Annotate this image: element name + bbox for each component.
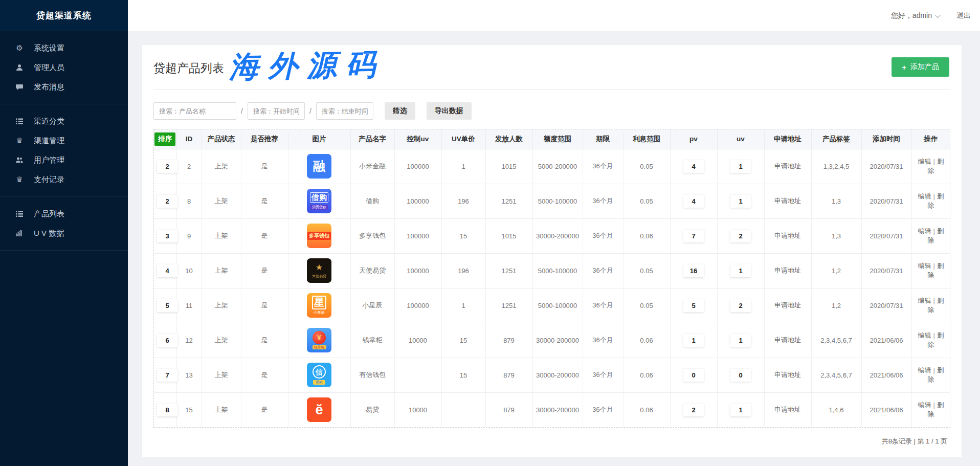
sidebar-item-publish-message[interactable]: 发布消息 [0,77,128,97]
tags-value: 1,2 [811,288,861,323]
col-amount-range: 额度范围 [532,129,583,149]
sort-value[interactable]: 2 [157,195,177,208]
apply-url-link[interactable]: 申请地址 [774,162,801,170]
interest-value: 0.06 [623,323,670,358]
id-value: 10 [176,253,202,288]
tags-value: 1,4,6 [811,392,861,427]
product-table: 排序 ID 产品状态 是否推荐 图片 产品名字 控制uv UV单价 发放人数 额… [154,129,950,427]
logout-button[interactable]: 退出 [956,11,971,20]
control-uv-value: 10000 [394,392,441,427]
sidebar-item-channel-manage[interactable]: ♛ 渠道管理 [0,131,128,150]
pv-value[interactable]: 16 [683,264,704,277]
edit-link[interactable]: 编辑 [918,401,931,409]
sort-value[interactable]: 6 [157,334,177,347]
add-product-button[interactable]: + 添加产品 [892,57,949,77]
action-separator: | [933,366,935,374]
sort-value[interactable]: 5 [157,299,177,312]
sort-value[interactable]: 2 [157,160,177,173]
edit-link[interactable]: 编辑 [918,366,931,374]
sort-value[interactable]: 3 [157,230,177,242]
table-row: 2 8 上架 是 借购 消费贷款 借购 100000 [154,184,950,218]
pv-value[interactable]: 0 [683,369,704,382]
uv-value[interactable]: 1 [730,195,751,208]
sidebar-item-product-list[interactable]: 产品列表 [0,204,128,224]
search-end-time-input[interactable] [316,102,373,120]
edit-link[interactable]: 编辑 [918,158,931,165]
amount-range-value: 5000-100000 [532,184,583,218]
issue-count-value: 879 [485,323,532,358]
uv-value[interactable]: 1 [730,160,751,173]
apply-url-link[interactable]: 申请地址 [774,301,801,309]
col-recommend: 是否推荐 [241,129,288,149]
content-card: 贷超产品列表 海外源码 + 添加产品 / / 筛选 导出数据 排序 ID [142,45,962,457]
uv-value[interactable]: 0 [730,369,751,382]
apply-url-link[interactable]: 申请地址 [774,197,801,205]
table-row: 6 12 上架 是 ¥ 钱掌柜 钱掌柜 10000 [154,323,950,358]
sidebar-item-channel-category[interactable]: 渠道分类 [0,112,128,131]
uv-value[interactable]: 2 [730,299,751,312]
list-icon [14,210,25,218]
amount-range-value: 5000-200000 [532,149,583,184]
page-title: 贷超产品列表 [153,60,224,76]
search-product-name-input[interactable] [153,102,236,120]
product-icon-subtext: 钱掌柜 [313,345,326,349]
watermark-text: 海外源码 [229,45,385,87]
sort-value[interactable]: 7 [157,369,177,382]
term-value: 36个月 [583,358,623,392]
pv-value[interactable]: 4 [683,160,704,173]
pv-value[interactable]: 2 [683,404,704,416]
uv-price-value: 1 [441,288,485,323]
sidebar: 贷超渠道系统 ⚙ 系统设置 管理人员 发布消息 渠道分类 ♛ 渠道 [0,0,128,466]
apply-url-link[interactable]: 申请地址 [774,232,801,239]
product-name: 小米金融 [350,149,394,184]
recommend-value: 是 [241,358,288,392]
sort-value[interactable]: 8 [157,404,177,416]
status-value: 上架 [202,358,241,392]
sidebar-item-label: 渠道分类 [34,117,64,126]
add-time-value: 2020/07/31 [861,218,911,253]
apply-url-link[interactable]: 申请地址 [774,406,801,413]
apply-url-link[interactable]: 申请地址 [774,267,801,274]
uv-value[interactable]: 1 [730,334,751,347]
apply-url-link[interactable]: 申请地址 [774,336,801,344]
edit-link[interactable]: 编辑 [918,192,931,200]
product-icon-glyph: 融 [313,159,325,173]
sidebar-item-label: 产品列表 [34,209,64,219]
table-row: 8 15 上架 是 ĕ 易贷 10000 [154,392,950,427]
pv-value[interactable]: 4 [683,195,704,208]
users-icon [14,156,25,164]
sidebar-item-uv-data[interactable]: U V 数据 [0,224,128,243]
user-menu[interactable]: 您好，admin [891,11,939,20]
greeting-text: 您好，admin [891,11,932,20]
sidebar-item-payment-records[interactable]: ♛ 支付记录 [0,170,128,189]
col-image: 图片 [288,129,350,149]
apply-url-link[interactable]: 申请地址 [774,371,801,379]
issue-count-value: 879 [485,358,532,392]
pv-value[interactable]: 1 [683,334,704,347]
product-icon-glyph: ĕ [315,402,323,418]
product-icon: 多享钱包 [307,224,331,248]
crown-icon: ♛ [14,136,25,145]
sidebar-item-system-settings[interactable]: ⚙ 系统设置 [0,38,128,58]
sidebar-item-admins[interactable]: 管理人员 [0,58,128,77]
export-data-button[interactable]: 导出数据 [427,102,472,120]
edit-link[interactable]: 编辑 [918,297,931,304]
uv-value[interactable]: 1 [730,264,751,277]
edit-link[interactable]: 编辑 [918,331,931,339]
uv-value[interactable]: 1 [730,404,751,416]
search-start-time-input[interactable] [248,102,305,120]
edit-link[interactable]: 编辑 [918,262,931,270]
uv-value[interactable]: 2 [730,230,751,242]
sort-value[interactable]: 4 [157,264,177,277]
col-uv-price: UV单价 [441,129,485,149]
status-value: 上架 [202,288,241,323]
col-sort: 排序 [154,129,176,149]
col-control-uv: 控制uv [394,129,441,149]
edit-link[interactable]: 编辑 [918,227,931,235]
pv-value[interactable]: 7 [683,230,704,242]
pv-value[interactable]: 5 [683,299,704,312]
list-icon [14,117,25,125]
sidebar-item-user-manage[interactable]: 用户管理 [0,150,128,170]
filter-button[interactable]: 筛选 [385,102,415,120]
amount-range-value: 5000-100000 [532,253,583,288]
